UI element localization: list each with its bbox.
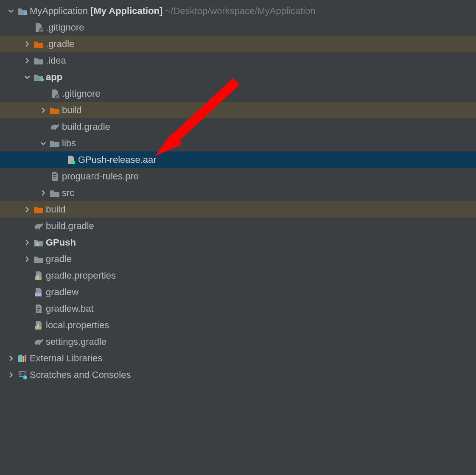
file-label: .gitignore — [61, 85, 101, 102]
module-folder-icon — [16, 7, 29, 15]
tree-row[interactable]: .idea — [0, 52, 476, 69]
chevron-down-icon[interactable] — [6, 8, 16, 14]
aar-file-icon — [64, 155, 77, 165]
svg-rect-13 — [36, 242, 38, 246]
svg-rect-0 — [24, 12, 27, 15]
file-label: gradlew.bat — [45, 300, 94, 317]
section-label: Scratches and Consoles — [29, 366, 131, 383]
chevron-right-icon[interactable] — [22, 58, 32, 64]
file-label: settings.gradle — [45, 333, 106, 350]
tree-row[interactable]: .gradle — [0, 36, 476, 52]
tree-row-libs[interactable]: libs — [0, 135, 476, 151]
svg-rect-26 — [18, 355, 20, 362]
tree-row[interactable]: .gitignore — [0, 85, 476, 102]
file-label: gradlew — [45, 284, 78, 300]
tree-row-external-libraries[interactable]: External Libraries — [0, 350, 476, 366]
scratches-icon — [16, 370, 29, 380]
svg-rect-14 — [38, 243, 39, 246]
gitignore-file-icon — [32, 23, 45, 32]
folder-label: .gradle — [45, 36, 74, 52]
root-label: MyApplication [My Application] ~/Desktop… — [29, 3, 316, 19]
tree-row-app[interactable]: app — [0, 69, 476, 85]
svg-rect-16 — [37, 275, 39, 280]
tree-row-selected[interactable]: GPush-release.aar — [0, 151, 476, 168]
tree-row[interactable]: GPush — [0, 234, 476, 251]
folder-label: libs — [61, 135, 76, 151]
file-label: build.gradle — [61, 118, 110, 135]
gitignore-file-icon — [48, 89, 61, 98]
chevron-down-icon[interactable] — [38, 140, 48, 146]
file-label: .gitignore — [45, 19, 84, 36]
chevron-right-icon[interactable] — [22, 41, 32, 47]
svg-rect-17 — [39, 277, 41, 280]
text-file-icon — [32, 304, 45, 313]
gradle-file-icon — [32, 338, 45, 346]
tree-row[interactable]: build — [0, 102, 476, 118]
chevron-right-icon[interactable] — [38, 190, 48, 196]
svg-rect-29 — [25, 355, 26, 362]
folder-icon — [32, 255, 45, 263]
folder-icon — [48, 106, 61, 115]
folder-icon — [48, 139, 61, 148]
folder-label: build — [61, 102, 81, 118]
tree-row[interactable]: proguard-rules.pro — [0, 168, 476, 184]
folder-label: GPush — [45, 234, 76, 251]
module-folder-icon — [32, 73, 45, 81]
gradle-file-icon — [48, 123, 61, 131]
properties-file-icon — [32, 271, 45, 280]
svg-point-4 — [40, 78, 44, 81]
tree-row[interactable]: gradle.properties — [0, 267, 476, 284]
folder-label: gradle — [45, 251, 72, 267]
tree-row-scratches[interactable]: Scratches and Consoles — [0, 366, 476, 383]
tree-row[interactable]: build.gradle — [0, 218, 476, 234]
chevron-right-icon[interactable] — [22, 240, 32, 246]
tree-row[interactable]: .gitignore — [0, 19, 476, 36]
file-label: proguard-rules.pro — [61, 168, 139, 184]
svg-rect-20 — [37, 307, 40, 307]
svg-rect-24 — [37, 324, 39, 330]
svg-rect-25 — [39, 327, 41, 330]
cpp-file-icon: C++ — [32, 288, 45, 297]
file-label: GPush-release.aar — [77, 151, 157, 168]
tree-row[interactable]: local.properties — [0, 317, 476, 333]
gradle-file-icon — [32, 222, 45, 230]
properties-file-icon — [32, 321, 45, 330]
svg-rect-21 — [37, 308, 40, 309]
folder-icon — [32, 205, 45, 214]
chevron-right-icon[interactable] — [22, 256, 32, 262]
file-label: local.properties — [45, 317, 109, 333]
tree-row[interactable]: C++ gradlew — [0, 284, 476, 300]
text-file-icon — [48, 172, 61, 181]
chevron-right-icon[interactable] — [22, 207, 32, 212]
project-tree[interactable]: MyApplication [My Application] ~/Desktop… — [0, 0, 476, 383]
tree-row[interactable]: build.gradle — [0, 118, 476, 135]
folder-label: build — [45, 201, 65, 218]
folder-label: app — [45, 69, 62, 85]
chevron-down-icon[interactable] — [22, 74, 32, 80]
tree-row[interactable]: gradlew.bat — [0, 300, 476, 317]
tree-row[interactable]: settings.gradle — [0, 333, 476, 350]
library-icon — [16, 354, 29, 363]
section-label: External Libraries — [29, 350, 102, 366]
svg-rect-8 — [71, 161, 75, 164]
svg-text:C++: C++ — [36, 293, 41, 297]
svg-rect-23 — [35, 326, 37, 330]
folder-label: src — [61, 184, 74, 201]
chevron-right-icon[interactable] — [38, 107, 48, 113]
file-label: gradle.properties — [45, 267, 116, 284]
svg-rect-11 — [53, 178, 56, 179]
module-folder-icon — [32, 238, 45, 247]
file-label: build.gradle — [45, 218, 94, 234]
tree-row-root[interactable]: MyApplication [My Application] ~/Desktop… — [0, 3, 476, 19]
svg-rect-10 — [53, 176, 56, 177]
tree-row[interactable]: gradle — [0, 251, 476, 267]
chevron-right-icon[interactable] — [6, 355, 16, 361]
tree-row[interactable]: src — [0, 184, 476, 201]
svg-rect-12 — [35, 243, 36, 246]
tree-row[interactable]: build — [0, 201, 476, 218]
folder-icon — [32, 56, 45, 65]
folder-icon — [48, 189, 61, 197]
svg-rect-22 — [37, 310, 39, 311]
chevron-right-icon[interactable] — [6, 372, 16, 378]
svg-rect-28 — [22, 356, 24, 362]
